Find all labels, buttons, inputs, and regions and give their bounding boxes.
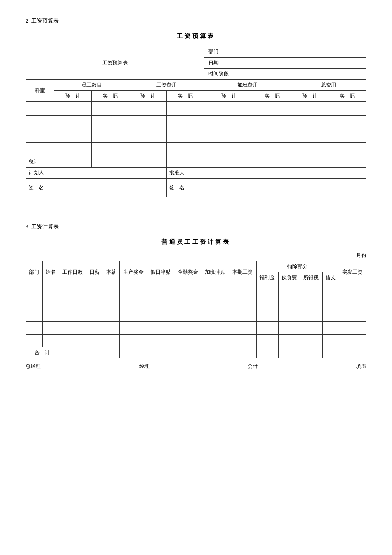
date-value bbox=[254, 58, 366, 69]
wage-est: 预 计 bbox=[129, 91, 167, 102]
total-label: 总计 bbox=[26, 156, 54, 168]
period-value bbox=[254, 69, 366, 80]
name-col: 姓名 bbox=[42, 261, 59, 283]
label-acct: 会计 bbox=[248, 363, 258, 370]
table-row bbox=[26, 102, 366, 116]
staff-est: 预 计 bbox=[54, 91, 92, 102]
staff-actual: 实 际 bbox=[92, 91, 129, 102]
label-fill: 填表 bbox=[356, 363, 366, 370]
inner-label: 工资预算表 bbox=[26, 46, 204, 80]
dept-label: 部门 bbox=[204, 46, 254, 58]
table-row bbox=[26, 283, 366, 296]
table-row: 科室 员工数目 工资费用 加班费用 总费用 bbox=[26, 80, 366, 91]
overtime-header: 加班费用 bbox=[204, 80, 291, 91]
section2-heading: 3. 工资计算表 bbox=[26, 223, 366, 231]
table-row bbox=[26, 129, 366, 143]
table-row bbox=[26, 296, 366, 309]
salary-budget-table: 工资预算表 部门 日期 时间阶段 科室 员工数目 工资费用 加班费用 总费用 预… bbox=[26, 46, 366, 197]
deduct-header: 扣除部分 bbox=[256, 261, 339, 272]
fullattend-col: 全勤奖金 bbox=[174, 261, 202, 283]
date-label: 日期 bbox=[204, 58, 254, 69]
approver-label: 批准人 bbox=[167, 168, 366, 179]
dept-col: 部门 bbox=[26, 261, 43, 283]
subtotal-label: 合 计 bbox=[26, 347, 59, 358]
net-col: 实发工资 bbox=[339, 261, 366, 283]
total-est: 预 计 bbox=[291, 91, 329, 102]
table-row: 工资预算表 部门 bbox=[26, 46, 366, 58]
borrow-col: 借支 bbox=[322, 272, 339, 283]
ot-est: 预 计 bbox=[204, 91, 254, 102]
section-salary-calc: 3. 工资计算表 普通员工工资计算表 月份 部门 姓名 工作日数 日薪 本薪 生… bbox=[26, 223, 366, 370]
sign1-label: 签 名 bbox=[26, 179, 167, 197]
staff-header: 员工数目 bbox=[54, 80, 129, 91]
base-col: 本薪 bbox=[103, 261, 120, 283]
table-row bbox=[26, 335, 366, 347]
periodwage-col: 本期工资 bbox=[229, 261, 256, 283]
section2-table-title: 普通员工工资计算表 bbox=[26, 238, 366, 246]
label-gm: 总经理 bbox=[26, 363, 41, 370]
planner-label: 计划人 bbox=[26, 168, 167, 179]
table-row: 预 计 实 际 预 计 实 际 预 计 实 际 预 计 实 际 bbox=[26, 91, 366, 102]
wage-header: 工资费用 bbox=[129, 80, 204, 91]
period-label: 时间阶段 bbox=[204, 69, 254, 80]
month-label: 月份 bbox=[26, 252, 366, 259]
overtime-col: 加班津贴 bbox=[202, 261, 229, 283]
table-row bbox=[26, 309, 366, 322]
bottom-labels: 总经理 经理 会计 填表 bbox=[26, 363, 366, 370]
section1-heading: 2. 工资预算表 bbox=[26, 17, 366, 25]
wage-actual: 实 际 bbox=[167, 91, 204, 102]
total-row: 总计 bbox=[26, 156, 366, 168]
salary-calc-table: 部门 姓名 工作日数 日薪 本薪 生产奖金 假日津贴 全勤奖金 加班津贴 本期工… bbox=[26, 261, 366, 358]
table-row bbox=[26, 143, 366, 156]
total-actual: 实 际 bbox=[329, 91, 366, 102]
sign-row: 签 名 签 名 bbox=[26, 179, 366, 197]
ot-actual: 实 际 bbox=[254, 91, 291, 102]
table-row bbox=[26, 322, 366, 335]
planner-row: 计划人 批准人 bbox=[26, 168, 366, 179]
sign2-label: 签 名 bbox=[167, 179, 366, 197]
dept-value bbox=[254, 46, 366, 58]
office-header: 科室 bbox=[26, 80, 54, 102]
section-salary-budget: 2. 工资预算表 工资预算表 工资预算表 部门 日期 时间阶段 科室 员工数目 … bbox=[26, 17, 366, 197]
total-header: 总费用 bbox=[291, 80, 366, 91]
holiday-col: 假日津贴 bbox=[147, 261, 174, 283]
table-row: 部门 姓名 工作日数 日薪 本薪 生产奖金 假日津贴 全勤奖金 加班津贴 本期工… bbox=[26, 261, 366, 272]
label-mgr: 经理 bbox=[139, 363, 150, 370]
workdays-col: 工作日数 bbox=[59, 261, 86, 283]
subtotal-row: 合 计 bbox=[26, 347, 366, 358]
prod-col: 生产奖金 bbox=[119, 261, 147, 283]
table-row bbox=[26, 116, 366, 129]
tax-col: 所得税 bbox=[300, 272, 323, 283]
daily-col: 日薪 bbox=[86, 261, 103, 283]
food-col: 伙食费 bbox=[278, 272, 300, 283]
section1-table-title: 工资预算表 bbox=[26, 32, 366, 40]
welfare-col: 福利金 bbox=[256, 272, 278, 283]
